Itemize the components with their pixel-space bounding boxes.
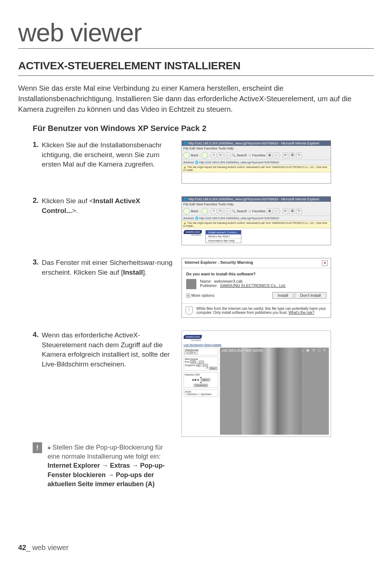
step-4-number: 4. [33,331,42,339]
alarm-label: Alarmsignal [185,358,217,360]
install-button[interactable]: Install [272,292,294,299]
whats-risk-link[interactable]: What's the risk? [289,311,314,315]
sw-pub-value[interactable]: SAMSUNG ELECTRONICS Co., Ltd. [220,283,286,288]
sw-name-label: Name: [200,279,212,283]
print-icon[interactable]: 🖶 [289,152,295,158]
cam-video-area: 192.168.0.254 / SNC-B2335 ⌂ ▦ ☰ ☐ ↻ [220,348,329,435]
step-4-text: Wenn das erforderliche ActiveX-Steuerele… [42,331,181,369]
elem-btn[interactable]: Elem [209,367,217,370]
samsung-sub: TECHWIN [184,234,202,236]
favorites-icon[interactable]: ☆ [248,153,251,157]
note-text: ■Stellen Sie die Pop-up-Blockierung für … [48,442,175,489]
ie-titlebar: 🌐http://192.168.0.254:10000/live_view.cg… [182,141,331,146]
fav-label: Favorites [252,153,266,157]
forward-icon[interactable] [201,152,208,159]
ie-window-2: 🌐http://192.168.0.254:10000/live_view.cg… [181,196,331,245]
page-title: web viewer [18,18,374,49]
step-1-number: 1. [33,140,42,149]
close-icon[interactable]: × [322,260,328,266]
camera-live-view: SAMSUNG TECHWIN Live Monitoring Setup De… [181,331,331,437]
listen-checkbox[interactable]: Anhören [188,393,197,395]
sw-footer-text: While files from the Internet can be use… [196,307,327,315]
section-title: ACTIVEX-STEUERELEMENT INSTALLIEREN [18,60,374,76]
ctx-help-item[interactable]: Information Bar Help [206,238,241,243]
home-icon[interactable]: ⌂ [225,152,230,158]
ie-info-bar-2[interactable]: 🔒 This site might require the following … [182,221,331,228]
sub-title: Für Benutzer von Windows XP Service Pack… [33,124,374,133]
search-icon[interactable]: 🔍 [232,153,236,157]
refresh-icon[interactable]: ↻ [218,152,224,158]
speak-checkbox[interactable]: Sprechen [201,393,212,395]
edit-icon[interactable]: ✎ [296,152,302,158]
ctx-install-item[interactable]: Install ActiveX Control... [206,230,241,234]
ctx-risk-item[interactable]: What's the Risk? [206,234,241,238]
dont-install-button[interactable]: Don't Install [295,292,326,299]
cam-samsung-logo: SAMSUNG [184,335,202,339]
ie-title-text-2: http://192.168.0.254:10000/live_view.cgi… [188,197,319,201]
security-warning-dialog: Internet Explorer - Security Warning × D… [181,258,331,318]
more-options-toggle[interactable]: ¥ More options [186,293,215,298]
note-icon: ! [33,442,42,453]
step-3-text: Das Fenster mit einer Sicherheitswar-nun… [42,258,181,277]
snap-btn[interactable]: — [203,364,208,367]
step-3-number: 3. [33,258,42,266]
ie-toolbar[interactable]: Back · · × ↻ ⌂ 🔍Search ☆Favorites ◉ ☼ · … [182,151,331,160]
menu-button[interactable]: MENU [201,378,210,381]
alarm-btn[interactable]: — [199,361,204,364]
cam-caption: 192.168.0.254 / SNC-B2335 [222,349,263,352]
sw-pub-label: Publisher: [200,283,218,288]
ie-info-bar[interactable]: 🔒 This site might require the following … [182,165,331,172]
step-2-text: Klicken Sie auf <Install ActiveX Control… [42,196,181,216]
software-icon [186,279,196,289]
videofmt-select[interactable]: H.264 ▾ [185,351,197,354]
step-1-text: Klicken Sie auf die Installationsbenachr… [42,140,181,169]
address-label: Address [183,161,194,164]
media-icon[interactable]: ◉ [267,152,273,158]
search-label: Search [237,153,247,157]
setup-button[interactable]: Aufnahmen [194,384,208,387]
context-menu[interactable]: Install ActiveX Control... What's the Ri… [205,230,241,243]
snap-select[interactable]: ▾ [196,364,200,367]
back-label: Back [191,153,198,157]
ie-toolbar-2[interactable]: Back · · ×↻⌂ 🔍Search ☆Favorites ◉☼ · ✉🖶✎ [182,207,331,216]
shield-icon: ! [185,307,193,315]
ie-menubar-2[interactable]: File Edit View Favorites Tools Help [182,202,331,207]
cam-sidebar: Videoformat H.264 ▾ Alarmsignal Port 1 ▾… [184,348,218,435]
mail-icon[interactable]: ✉ [282,152,288,158]
infobar-text: This site might require the following Ac… [183,166,327,171]
page-footer: 42_ web viewer [18,544,69,552]
sw-name-value: webviewer3.cab [214,279,243,283]
samsung-logo: SAMSUNG [184,230,202,234]
history-icon[interactable]: ☼ [274,152,279,158]
ie-address-bar[interactable]: Address 🌐 http://192.168.0.254:10000/liv… [182,160,331,165]
address-value: http://192.168.0.254:10000/live_view.cgi… [199,161,279,164]
cam-view-icons[interactable]: ⌂ ▦ ☰ ☐ ↻ [302,349,327,352]
sw-title-text: Internet Explorer - Security Warning [185,260,253,266]
intro-text: Wenn Sie das erste Mal eine Verbindung z… [18,83,374,115]
port-select[interactable]: 1 ▾ [190,360,196,364]
audio-label: Audio [185,390,217,393]
stop-icon[interactable]: × [211,152,217,158]
ie-menubar[interactable]: File Edit View Favorites Tools Help [182,146,331,151]
ie-window-1: 🌐http://192.168.0.254:10000/live_view.cg… [181,140,331,184]
cam-samsung-sub: TECHWIN [184,339,329,341]
step-2-number: 2. [33,196,42,205]
osd-label: Kamera OSD [185,373,217,376]
back-icon[interactable] [183,152,190,159]
ie-title-text: http://192.168.0.254:10000/live_view.cgi… [188,142,319,145]
sw-question: Do you want to install this software? [186,272,326,276]
cam-tabs[interactable]: Live Monitoring Setup Details [182,343,331,348]
